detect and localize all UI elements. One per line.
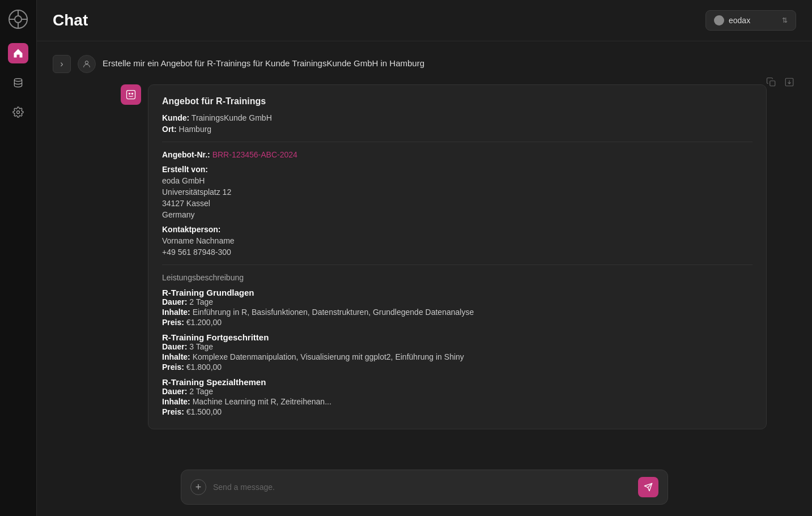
- training-1-inhalte: Inhalte: Einführung in R, Basisfunktione…: [162, 308, 753, 317]
- kontaktperson-name: Vorname Nachname: [162, 236, 753, 245]
- svg-point-8: [85, 61, 88, 64]
- download-button[interactable]: [783, 75, 796, 89]
- training-3-dauer: Dauer: 2 Tage: [162, 387, 753, 396]
- send-button[interactable]: [638, 477, 658, 497]
- message-input[interactable]: [213, 483, 631, 492]
- erstellt-line-4: Germany: [162, 210, 753, 219]
- training-3-inhalte: Inhalte: Machine Learning mit R, Zeitrei…: [162, 397, 753, 406]
- chevron-down-icon: ⇅: [782, 16, 788, 24]
- chat-input-wrapper: +: [37, 470, 812, 516]
- svg-point-6: [14, 79, 22, 82]
- add-attachment-button[interactable]: +: [190, 479, 206, 495]
- svg-point-12: [129, 93, 130, 95]
- angebot-nr-link[interactable]: BRR-123456-ABC-2024: [212, 150, 297, 159]
- training-1-dauer: Dauer: 2 Tage: [162, 297, 753, 306]
- chat-area: › Erstelle mir ein Angebot für R-Trainin…: [37, 41, 812, 470]
- copy-button[interactable]: [764, 75, 778, 89]
- leistungsbeschreibung-header: Leistungsbeschreibung: [162, 273, 753, 282]
- training-1-preis: Preis: €1.200,00: [162, 318, 753, 327]
- user-avatar-icon: [78, 55, 96, 73]
- bot-avatar: [121, 84, 141, 105]
- training-1-name: R-Training Grundlagen: [162, 288, 753, 297]
- sidebar-item-settings[interactable]: [8, 102, 28, 122]
- training-2-preis: Preis: €1.800,00: [162, 363, 753, 372]
- plus-icon: +: [195, 481, 202, 493]
- erstellt-line-2: Universitätsplatz 12: [162, 187, 753, 197]
- kunde-field: Kunde: TrainingsKunde GmbH: [162, 113, 753, 122]
- training-2-name: R-Training Fortgeschritten: [162, 332, 753, 342]
- message-title: Angebot für R-Trainings: [162, 96, 753, 106]
- sidebar-item-database[interactable]: [8, 73, 28, 93]
- svg-rect-9: [770, 81, 775, 86]
- training-3-name: R-Training Spezialthemen: [162, 377, 753, 387]
- header-right: eodax ⇅: [705, 10, 796, 31]
- angebot-nr-field: Angebot-Nr.: BRR-123456-ABC-2024: [162, 150, 753, 159]
- message-actions: [764, 75, 796, 89]
- erstellt-line-3: 34127 Kassel: [162, 199, 753, 208]
- chevron-right-icon: ›: [60, 59, 63, 69]
- main-area: Chat eodax ⇅ › Erst: [37, 0, 812, 516]
- sidebar: [0, 0, 37, 516]
- app-logo: [8, 9, 28, 29]
- erstellt-von-field: Erstellt von:: [162, 165, 753, 174]
- svg-rect-11: [127, 91, 135, 99]
- user-avatar: [714, 15, 724, 25]
- svg-point-7: [17, 111, 20, 114]
- user-message-text: Erstelle mir ein Angebot für R-Trainings…: [103, 55, 424, 68]
- page-title: Chat: [53, 11, 88, 29]
- bot-message-content: Angebot für R-Trainings Kunde: Trainings…: [148, 84, 767, 429]
- user-name: eodax: [729, 16, 777, 25]
- training-2-dauer: Dauer: 3 Tage: [162, 342, 753, 351]
- svg-point-13: [131, 93, 133, 95]
- ort-field: Ort: Hamburg: [162, 125, 753, 134]
- erstellt-line-1: eoda GmbH: [162, 176, 753, 185]
- header: Chat eodax ⇅: [37, 0, 812, 41]
- training-3-preis: Preis: €1.500,00: [162, 407, 753, 416]
- svg-point-1: [15, 16, 22, 23]
- training-2-inhalte: Inhalte: Komplexe Datenmanipulation, Vis…: [162, 352, 753, 361]
- kontaktperson-label: Kontaktperson:: [162, 225, 753, 234]
- bot-message-row: Angebot für R-Trainings Kunde: Trainings…: [53, 84, 767, 429]
- user-selector[interactable]: eodax ⇅: [705, 10, 796, 31]
- kontaktperson-phone: +49 561 87948-300: [162, 248, 753, 257]
- chat-input-container: +: [181, 470, 668, 505]
- sidebar-item-home[interactable]: [8, 43, 28, 63]
- expand-button[interactable]: ›: [53, 55, 71, 73]
